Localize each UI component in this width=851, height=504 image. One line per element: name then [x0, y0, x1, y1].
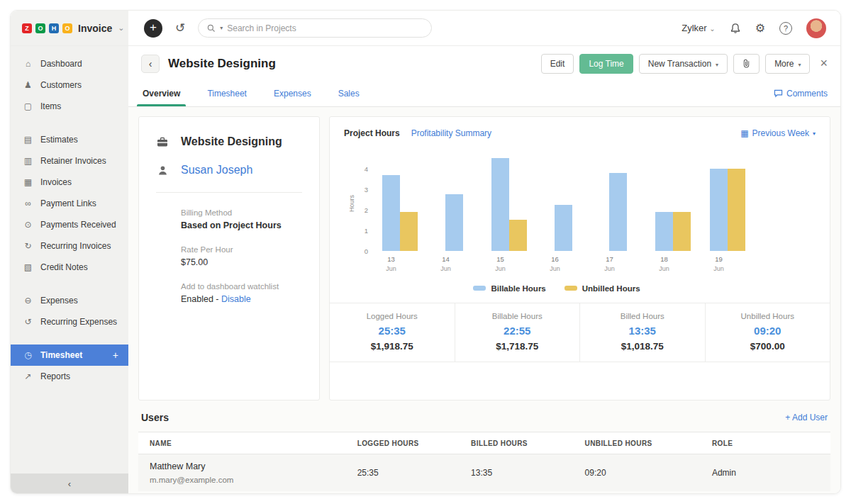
recent-history-icon[interactable]: ↺ — [175, 21, 185, 35]
trend-icon: ↗ — [23, 371, 33, 381]
tab-expenses[interactable]: Expenses — [272, 89, 313, 106]
new-transaction-button[interactable]: New Transaction▾ — [639, 54, 728, 74]
coin-icon: ⊙ — [23, 220, 33, 230]
tab-timesheet[interactable]: Timesheet — [206, 89, 248, 106]
y-tick: 1 — [365, 227, 368, 235]
brand-switcher[interactable]: Z O H O Invoice ⌄ — [11, 11, 128, 45]
sidebar-item-estimates[interactable]: ▤ Estimates — [11, 129, 128, 150]
page-header: ‹ Website Designing Edit Log Time New Tr… — [128, 46, 840, 81]
x-tick-label: 19Jun — [691, 255, 746, 273]
disable-watchlist-link[interactable]: Disable — [221, 294, 251, 304]
x-tick-label: 17Jun — [582, 255, 637, 273]
chart-bar — [445, 194, 463, 251]
search-input[interactable] — [227, 23, 383, 33]
sidebar-item-credit-notes[interactable]: ▧ Credit Notes — [11, 257, 128, 278]
legend-item: Billable Hours — [473, 284, 545, 293]
chart-bar-group — [591, 173, 645, 251]
chart-plot — [372, 155, 755, 251]
x-tick-label: 15Jun — [473, 255, 528, 273]
link-icon: ∞ — [23, 198, 33, 208]
profitability-summary-link[interactable]: Profitability Summary — [411, 128, 491, 138]
edit-button[interactable]: Edit — [541, 54, 574, 74]
user-unbilled-hours-cell: 09:20 — [585, 468, 712, 478]
rate-per-hour-value: $75.00 — [181, 257, 302, 267]
tab-overview[interactable]: Overview — [141, 89, 182, 106]
sidebar-item-timesheet[interactable]: ◷ Timesheet + — [11, 345, 128, 366]
topbar-right-actions: Zylker ⌄ ⚙ ? — [682, 18, 840, 38]
sidebar-item-retainer-invoices[interactable]: ▥ Retainer Invoices — [11, 150, 128, 172]
add-timesheet-icon[interactable]: + — [113, 349, 118, 361]
date-range-selector[interactable]: ▦ Previous Week ▾ — [740, 128, 816, 138]
project-info-card: Website Designing Susan Joseph Billing M… — [138, 116, 320, 401]
overview-content: Website Designing Susan Joseph Billing M… — [128, 107, 840, 494]
user-name-cell: Matthew Mary m.mary@example.com — [150, 461, 357, 484]
y-tick: 3 — [365, 186, 368, 194]
customer-name-link[interactable]: Susan Joseph — [181, 164, 252, 177]
box-icon: ▢ — [23, 101, 33, 111]
quick-create-button[interactable]: + — [144, 19, 162, 38]
users-table-header: NAME LOGGED HOURS BILLED HOURS UNBILLED … — [138, 432, 830, 454]
help-icon[interactable]: ? — [779, 22, 792, 35]
sidebar-item-items[interactable]: ▢ Items — [11, 96, 128, 117]
sidebar-item-recurring-invoices[interactable]: ↻ Recurring Invoices — [11, 235, 128, 257]
user-role-cell: Admin — [712, 468, 819, 478]
sidebar-item-invoices[interactable]: ▦ Invoices — [11, 172, 128, 193]
more-button[interactable]: More▾ — [765, 54, 810, 74]
back-button[interactable]: ‹ — [141, 55, 160, 73]
users-section: Users + Add User NAME LOGGED HOURS BILLE… — [138, 412, 830, 491]
chart-bar-group — [700, 169, 755, 251]
chart-bar-group — [536, 205, 591, 251]
sidebar-item-expenses[interactable]: ⊖ Expenses — [11, 290, 128, 311]
project-hours-tab[interactable]: Project Hours — [344, 128, 400, 138]
global-search[interactable]: ▾ — [198, 18, 432, 38]
stat-billed-hours: Billed Hours 13:35 $1,018.75 — [579, 303, 705, 362]
org-selector[interactable]: Zylker ⌄ — [682, 23, 715, 33]
notifications-bell-icon[interactable] — [730, 23, 741, 34]
stat-billable-hours: Billable Hours 22:55 $1,718.75 — [455, 303, 580, 362]
sidebar-item-dashboard[interactable]: ⌂ Dashboard — [11, 53, 128, 74]
document-icon: ▦ — [23, 177, 33, 187]
chart-bar-group — [645, 212, 700, 251]
legend-label: Unbilled Hours — [582, 284, 640, 293]
settings-gear-icon[interactable]: ⚙ — [755, 21, 765, 35]
sidebar-item-payment-links[interactable]: ∞ Payment Links — [11, 193, 128, 214]
user-avatar[interactable] — [806, 18, 826, 38]
sidebar-collapse-button[interactable]: ‹ — [11, 474, 128, 494]
zoho-logo-o1: O — [35, 23, 45, 33]
chart-bar — [728, 169, 745, 251]
sidebar-item-reports[interactable]: ↗ Reports — [11, 366, 128, 387]
note-icon: ▧ — [23, 262, 33, 272]
close-icon[interactable]: × — [820, 56, 828, 71]
header-actions: Edit Log Time New Transaction▾ More▾ × — [541, 54, 828, 74]
calendar-icon: ▦ — [740, 128, 748, 138]
x-tick-label: 14Jun — [418, 255, 473, 273]
billing-method-label: Billing Method — [181, 208, 302, 217]
search-scope-caret-icon[interactable]: ▾ — [220, 25, 223, 31]
main-panel: ‹ Website Designing Edit Log Time New Tr… — [128, 46, 840, 494]
comments-link[interactable]: Comments — [774, 89, 828, 106]
attachments-button[interactable] — [733, 54, 760, 74]
chevron-down-icon: ▾ — [716, 62, 718, 68]
log-time-button[interactable]: Log Time — [579, 54, 633, 74]
chevron-down-icon: ▾ — [798, 62, 801, 68]
watchlist-label: Add to dashboard watchlist — [181, 282, 302, 291]
chart-bar — [555, 205, 572, 251]
sidebar-item-customers[interactable]: ♟ Customers — [11, 74, 128, 96]
sidebar-item-recurring-expenses[interactable]: ↺ Recurring Expenses — [11, 311, 128, 332]
tab-sales[interactable]: Sales — [337, 89, 361, 106]
document-icon: ▤ — [23, 135, 33, 145]
legend-label: Billable Hours — [491, 284, 545, 293]
add-user-button[interactable]: + Add User — [785, 413, 828, 422]
watchlist-value: Enabled - Disable — [181, 294, 302, 304]
sidebar-item-payments-received[interactable]: ⊙ Payments Received — [11, 214, 128, 235]
chart-bar — [400, 212, 418, 251]
hours-stats-row: Logged Hours 25:35 $1,918.75 Billable Ho… — [330, 303, 830, 362]
x-tick-label: 13Jun — [364, 255, 418, 273]
chart-bar — [655, 212, 673, 251]
expense-icon: ⊖ — [23, 296, 33, 306]
briefcase-icon — [156, 137, 169, 147]
tab-bar: Overview Timesheet Expenses Sales Commen… — [128, 81, 840, 107]
users-table: NAME LOGGED HOURS BILLED HOURS UNBILLED … — [138, 432, 830, 491]
table-row-user[interactable]: Matthew Mary m.mary@example.com 25:35 13… — [138, 454, 830, 491]
chart-bar — [609, 173, 627, 251]
